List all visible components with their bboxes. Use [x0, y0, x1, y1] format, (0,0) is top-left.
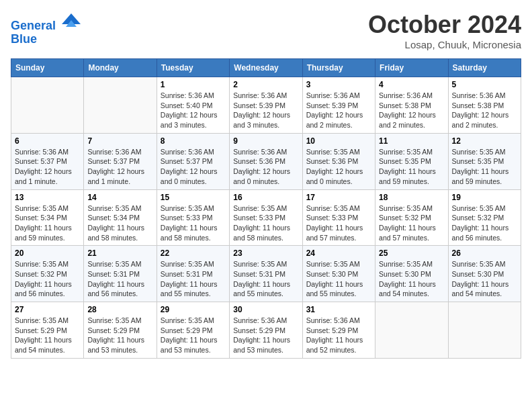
- day-cell: 10Sunrise: 5:35 AM Sunset: 5:36 PM Dayli…: [302, 133, 375, 189]
- week-row-4: 20Sunrise: 5:35 AM Sunset: 5:32 PM Dayli…: [11, 246, 521, 302]
- day-info: Sunrise: 5:35 AM Sunset: 5:32 PM Dayligh…: [452, 203, 517, 243]
- day-cell: 31Sunrise: 5:36 AM Sunset: 5:29 PM Dayli…: [302, 302, 375, 359]
- day-number: 29: [161, 305, 226, 314]
- day-number: 8: [161, 136, 226, 146]
- day-info: Sunrise: 5:36 AM Sunset: 5:39 PM Dayligh…: [233, 91, 298, 130]
- day-info: Sunrise: 5:35 AM Sunset: 5:30 PM Dayligh…: [452, 259, 517, 299]
- day-info: Sunrise: 5:35 AM Sunset: 5:32 PM Dayligh…: [15, 259, 80, 299]
- day-cell: 7Sunrise: 5:36 AM Sunset: 5:37 PM Daylig…: [84, 133, 157, 189]
- day-info: Sunrise: 5:35 AM Sunset: 5:33 PM Dayligh…: [233, 203, 298, 243]
- location: Losap, Chuuk, Micronesia: [368, 39, 521, 50]
- day-info: Sunrise: 5:36 AM Sunset: 5:39 PM Dayligh…: [306, 91, 371, 130]
- day-cell: 20Sunrise: 5:35 AM Sunset: 5:32 PM Dayli…: [11, 246, 84, 302]
- week-row-2: 6Sunrise: 5:36 AM Sunset: 5:37 PM Daylig…: [11, 133, 521, 189]
- day-info: Sunrise: 5:36 AM Sunset: 5:38 PM Dayligh…: [452, 91, 517, 130]
- day-number: 5: [452, 80, 517, 89]
- day-info: Sunrise: 5:35 AM Sunset: 5:33 PM Dayligh…: [161, 203, 226, 243]
- day-number: 21: [87, 248, 152, 258]
- day-number: 13: [15, 193, 80, 202]
- day-info: Sunrise: 5:35 AM Sunset: 5:31 PM Dayligh…: [161, 259, 226, 299]
- day-cell: 30Sunrise: 5:36 AM Sunset: 5:29 PM Dayli…: [230, 302, 302, 359]
- day-cell: 3Sunrise: 5:36 AM Sunset: 5:39 PM Daylig…: [302, 77, 375, 134]
- day-info: Sunrise: 5:36 AM Sunset: 5:29 PM Dayligh…: [306, 316, 371, 355]
- day-number: 12: [452, 136, 517, 146]
- header-tuesday: Tuesday: [157, 59, 229, 77]
- day-cell: 4Sunrise: 5:36 AM Sunset: 5:38 PM Daylig…: [375, 77, 448, 134]
- day-info: Sunrise: 5:35 AM Sunset: 5:33 PM Dayligh…: [306, 203, 371, 243]
- day-info: Sunrise: 5:36 AM Sunset: 5:36 PM Dayligh…: [233, 147, 298, 187]
- day-number: 28: [87, 305, 152, 314]
- day-cell: 26Sunrise: 5:35 AM Sunset: 5:30 PM Dayli…: [448, 246, 521, 302]
- day-number: 9: [233, 136, 298, 146]
- day-cell: 18Sunrise: 5:35 AM Sunset: 5:32 PM Dayli…: [375, 189, 448, 246]
- day-cell: 29Sunrise: 5:35 AM Sunset: 5:29 PM Dayli…: [157, 302, 229, 359]
- day-cell: [84, 77, 157, 134]
- title-block: October 2024 Losap, Chuuk, Micronesia: [368, 11, 521, 50]
- day-cell: 27Sunrise: 5:35 AM Sunset: 5:29 PM Dayli…: [11, 302, 84, 359]
- day-cell: 11Sunrise: 5:35 AM Sunset: 5:35 PM Dayli…: [375, 133, 448, 189]
- day-info: Sunrise: 5:36 AM Sunset: 5:38 PM Dayligh…: [379, 91, 444, 130]
- day-info: Sunrise: 5:35 AM Sunset: 5:36 PM Dayligh…: [306, 147, 371, 187]
- day-info: Sunrise: 5:35 AM Sunset: 5:34 PM Dayligh…: [87, 203, 152, 243]
- day-info: Sunrise: 5:35 AM Sunset: 5:29 PM Dayligh…: [87, 316, 152, 355]
- day-info: Sunrise: 5:36 AM Sunset: 5:37 PM Dayligh…: [15, 147, 80, 187]
- day-number: 20: [15, 248, 80, 258]
- week-row-5: 27Sunrise: 5:35 AM Sunset: 5:29 PM Dayli…: [11, 302, 521, 359]
- day-cell: 22Sunrise: 5:35 AM Sunset: 5:31 PM Dayli…: [157, 246, 229, 302]
- day-cell: 12Sunrise: 5:35 AM Sunset: 5:35 PM Dayli…: [448, 133, 521, 189]
- day-cell: 16Sunrise: 5:35 AM Sunset: 5:33 PM Dayli…: [230, 189, 302, 246]
- day-cell: [375, 302, 448, 359]
- day-number: 17: [306, 193, 371, 202]
- day-number: 3: [306, 80, 371, 89]
- day-info: Sunrise: 5:35 AM Sunset: 5:35 PM Dayligh…: [379, 147, 444, 187]
- day-number: 31: [306, 305, 371, 314]
- day-info: Sunrise: 5:35 AM Sunset: 5:30 PM Dayligh…: [379, 259, 444, 299]
- header-sunday: Sunday: [11, 59, 84, 77]
- calendar-header-row: SundayMondayTuesdayWednesdayThursdayFrid…: [11, 59, 521, 77]
- day-cell: 8Sunrise: 5:36 AM Sunset: 5:37 PM Daylig…: [157, 133, 229, 189]
- week-row-1: 1Sunrise: 5:36 AM Sunset: 5:40 PM Daylig…: [11, 77, 521, 134]
- day-number: 26: [452, 248, 517, 258]
- day-cell: 2Sunrise: 5:36 AM Sunset: 5:39 PM Daylig…: [230, 77, 302, 134]
- day-cell: [448, 302, 521, 359]
- day-cell: 28Sunrise: 5:35 AM Sunset: 5:29 PM Dayli…: [84, 302, 157, 359]
- day-number: 24: [306, 248, 371, 258]
- day-cell: 6Sunrise: 5:36 AM Sunset: 5:37 PM Daylig…: [11, 133, 84, 189]
- day-cell: [11, 77, 84, 134]
- header-wednesday: Wednesday: [230, 59, 302, 77]
- day-cell: 23Sunrise: 5:35 AM Sunset: 5:31 PM Dayli…: [230, 246, 302, 302]
- day-number: 4: [379, 80, 444, 89]
- day-cell: 19Sunrise: 5:35 AM Sunset: 5:32 PM Dayli…: [448, 189, 521, 246]
- day-info: Sunrise: 5:36 AM Sunset: 5:29 PM Dayligh…: [233, 316, 298, 355]
- header-monday: Monday: [84, 59, 157, 77]
- day-cell: 5Sunrise: 5:36 AM Sunset: 5:38 PM Daylig…: [448, 77, 521, 134]
- day-number: 19: [452, 193, 517, 202]
- day-cell: 17Sunrise: 5:35 AM Sunset: 5:33 PM Dayli…: [302, 189, 375, 246]
- page-header: General Blue October 2024 Losap, Chuuk, …: [11, 11, 521, 50]
- week-row-3: 13Sunrise: 5:35 AM Sunset: 5:34 PM Dayli…: [11, 189, 521, 246]
- day-info: Sunrise: 5:35 AM Sunset: 5:32 PM Dayligh…: [379, 203, 444, 243]
- logo: General Blue: [11, 11, 81, 46]
- day-cell: 13Sunrise: 5:35 AM Sunset: 5:34 PM Dayli…: [11, 189, 84, 246]
- header-saturday: Saturday: [448, 59, 521, 77]
- logo-icon: [62, 11, 81, 30]
- day-number: 22: [161, 248, 226, 258]
- day-number: 25: [379, 248, 444, 258]
- day-info: Sunrise: 5:35 AM Sunset: 5:31 PM Dayligh…: [87, 259, 152, 299]
- day-cell: 15Sunrise: 5:35 AM Sunset: 5:33 PM Dayli…: [157, 189, 229, 246]
- day-info: Sunrise: 5:36 AM Sunset: 5:37 PM Dayligh…: [87, 147, 152, 187]
- day-number: 1: [161, 80, 226, 89]
- day-cell: 1Sunrise: 5:36 AM Sunset: 5:40 PM Daylig…: [157, 77, 229, 134]
- day-number: 15: [161, 193, 226, 202]
- day-number: 7: [87, 136, 152, 146]
- day-cell: 21Sunrise: 5:35 AM Sunset: 5:31 PM Dayli…: [84, 246, 157, 302]
- day-number: 14: [87, 193, 152, 202]
- day-info: Sunrise: 5:35 AM Sunset: 5:29 PM Dayligh…: [15, 316, 80, 355]
- day-number: 30: [233, 305, 298, 314]
- day-info: Sunrise: 5:35 AM Sunset: 5:31 PM Dayligh…: [233, 259, 298, 299]
- day-cell: 9Sunrise: 5:36 AM Sunset: 5:36 PM Daylig…: [230, 133, 302, 189]
- day-cell: 14Sunrise: 5:35 AM Sunset: 5:34 PM Dayli…: [84, 189, 157, 246]
- calendar: SundayMondayTuesdayWednesdayThursdayFrid…: [11, 58, 521, 359]
- logo-text-general: General: [11, 19, 56, 32]
- day-info: Sunrise: 5:35 AM Sunset: 5:35 PM Dayligh…: [452, 147, 517, 187]
